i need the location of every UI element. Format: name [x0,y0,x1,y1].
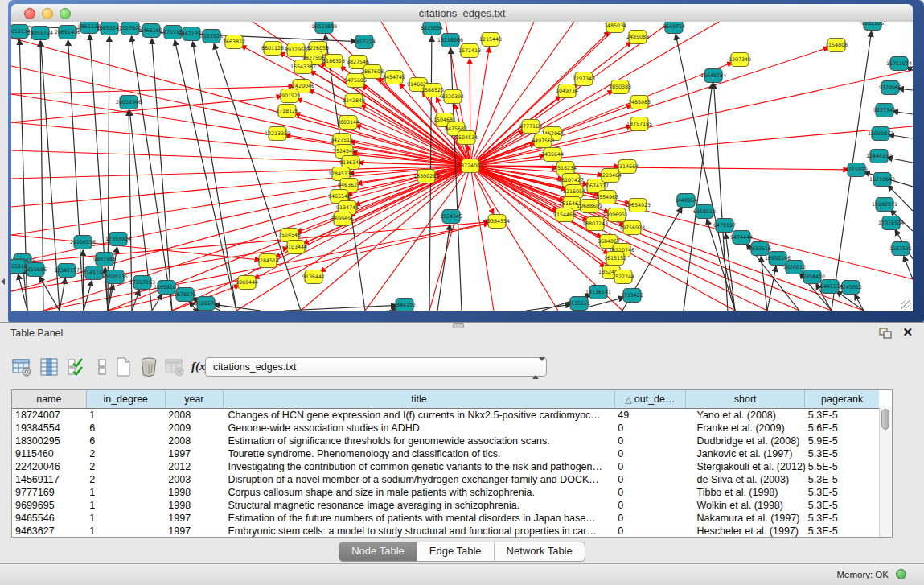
table-row[interactable]: 1456911722003Disruption of a novel membe… [12,473,879,486]
graph-node[interactable]: 2485083 [626,31,649,44]
graph-node[interactable]: 9777169 [519,120,542,134]
graph-node[interactable]: 17957253 [129,276,155,290]
graph-node[interactable]: 19218986 [437,34,463,47]
graph-node[interactable]: 1049734 [556,84,578,98]
table-row[interactable]: 969969511998Structural magnetic resonanc… [12,499,879,512]
graph-node[interactable]: 2718126 [276,105,298,118]
graph-node[interactable]: 6479197 [713,219,736,233]
graph-node[interactable]: 18724007 [458,159,483,173]
column-header-4[interactable]: △out_de… [614,390,685,409]
graph-node[interactable]: 15751074 [886,57,912,71]
select-columns-icon[interactable] [66,356,88,378]
graph-node[interactable]: 1527602 [119,22,142,35]
graph-node[interactable]: 9897588 [93,253,116,266]
scrollbar-thumb[interactable] [881,409,889,430]
graph-node[interactable]: 1733426 [621,289,643,303]
column-header-0[interactable]: name [12,390,86,409]
graph-node[interactable]: 20053346 [116,96,142,109]
graph-node[interactable]: 19136141 [585,286,611,299]
graph-node[interactable]: 17016504 [878,216,904,230]
table-row[interactable]: 911546021997Tourette syndrome. Phenomeno… [12,447,879,460]
graph-node[interactable]: 1678275 [174,288,196,302]
network-view-canvas[interactable]: 7663822860112889129558226058982750816543… [11,22,913,311]
graph-node[interactable]: 1297349 [729,53,751,67]
graph-node[interactable]: 8475685 [344,74,367,88]
graph-node[interactable]: 18807243 [582,217,608,231]
table-row[interactable]: 1830029562008Estimation of significance … [12,435,879,447]
table-row[interactable]: 946362711997Embryonic stem cells: a mode… [12,525,879,538]
tab-edge-table[interactable]: Edge Table [417,542,494,561]
graph-node[interactable]: 7485083 [628,96,651,109]
splitter-grip[interactable] [453,323,464,328]
column-display-icon[interactable] [39,356,60,378]
graph-node[interactable]: 8601128 [261,42,284,56]
graph-node[interactable]: 9136441 [302,270,325,284]
graph-node[interactable]: 6958923 [693,205,716,219]
graph-node[interactable]: 9474444 [730,231,753,245]
graph-node[interactable]: 8454749 [383,71,405,84]
float-panel-icon[interactable] [879,328,892,339]
column-header-3[interactable]: title [223,390,614,409]
graph-node[interactable]: 9288106 [861,22,884,31]
graph-node[interactable]: 9227342 [873,104,896,117]
delete-column-icon[interactable] [138,356,160,378]
graph-node[interactable]: 7515526 [200,30,223,43]
collapse-panel-arrow-icon[interactable] [1,278,5,285]
graph-node[interactable]: 1167531 [889,242,912,256]
graph-node[interactable]: 16033809 [311,22,337,34]
graph-node[interactable]: 20691406 [55,26,80,39]
graph-node[interactable]: 12342757 [54,264,80,278]
graph-node[interactable]: 8649754 [663,22,685,34]
graph-node[interactable]: 8220394 [441,90,464,104]
graph-node[interactable]: 8554963 [596,191,618,204]
graph-node[interactable]: 18300295 [413,170,439,183]
graph-node[interactable]: 1297343 [573,72,595,86]
graph-node[interactable]: 9135651 [568,297,590,311]
graph-node[interactable]: 2435644 [541,148,564,162]
vertical-scrollbar[interactable] [879,407,892,537]
graph-node[interactable]: 9103444 [285,241,307,254]
table-row[interactable]: 977716911998Corpus callosum shape and si… [12,486,879,499]
table-row[interactable]: 1872400712008Changes of HCN gene express… [12,409,879,422]
graph-node[interactable]: 9154469 [553,208,576,222]
table-row[interactable]: 946554611997Estimation of the future num… [12,512,879,525]
graph-node[interactable]: 12495134 [817,280,843,294]
column-header-2[interactable]: year [165,390,223,409]
table-row[interactable]: 2242004622012Investigating the contribut… [12,460,879,473]
graph-node[interactable]: 18757165 [626,117,652,131]
graph-node[interactable]: 19756928 [619,221,645,235]
tab-network-table[interactable]: Network Table [494,542,585,561]
column-header-5[interactable]: short [686,390,805,409]
graph-node[interactable]: 20206536 [70,236,96,249]
graph-node[interactable]: 1440954 [675,194,697,208]
table-selector[interactable]: citations_edges.txt [205,357,547,377]
graph-node[interactable]: 16543382 [290,60,316,74]
close-panel-icon[interactable]: ✕ [902,326,913,339]
column-header-1[interactable]: in_degree [86,390,165,409]
graph-node[interactable]: 8215953 [845,163,868,177]
graph-node[interactable]: 19384554 [484,215,510,229]
graph-node[interactable]: 1572413 [458,44,481,58]
graph-node[interactable]: 1314664 [616,160,639,174]
graph-node[interactable]: 9699695 [331,212,354,226]
graph-node[interactable]: 9024012 [783,261,806,274]
tab-node-table[interactable]: Node Table [339,542,417,561]
graph-node[interactable]: 1215443 [479,33,502,47]
graph-node[interactable]: 19654923 [625,199,651,212]
graph-node[interactable]: 13505135 [102,270,128,284]
graph-node[interactable]: 7663822 [223,35,245,49]
graph-node[interactable]: 1869444 [236,276,258,290]
table-options-icon[interactable] [11,356,33,378]
graph-node[interactable]: 1568520 [421,84,444,97]
graph-node[interactable]: 2933516 [749,242,771,256]
graph-node[interactable]: 1284514 [257,254,279,268]
graph-node[interactable]: 16648784 [700,69,726,83]
new-column-icon[interactable] [113,356,134,378]
graph-node[interactable]: 7850383 [609,80,631,94]
graph-node[interactable]: 1615152 [604,252,626,266]
graph-node[interactable]: 8813054 [421,22,443,35]
graph-node[interactable]: 9504534 [455,131,478,145]
graph-node[interactable]: 14055724 [27,27,53,40]
graph-node[interactable]: 1514545 [440,210,462,224]
graph-node[interactable]: 12093872 [868,127,893,141]
